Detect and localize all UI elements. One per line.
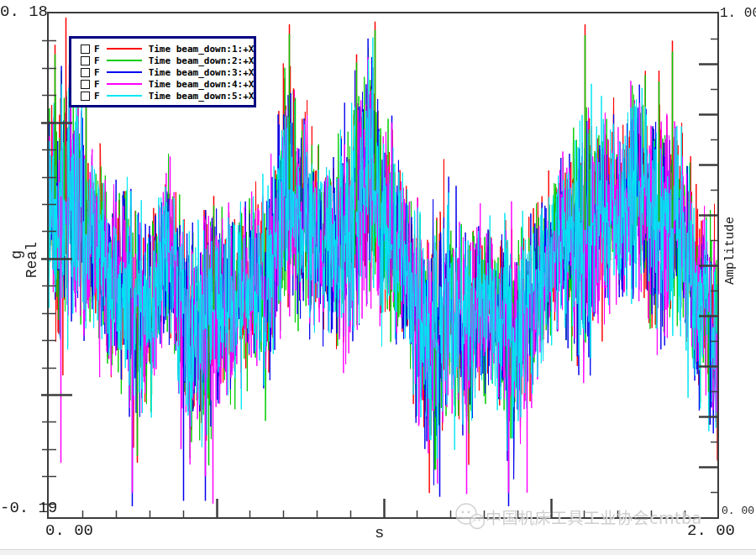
legend-item-5: FTime beam_down:5:+X [81, 90, 249, 102]
legend-rows: FTime beam_down:1:+XFTime beam_down:2:+X… [81, 43, 249, 102]
legend-line-sample [107, 71, 142, 73]
legend-channel-flag: F [94, 44, 100, 55]
legend-channel-flag: F [94, 91, 100, 102]
legend-channel-flag: F [94, 55, 100, 66]
legend-checkbox-3[interactable] [81, 68, 90, 77]
y-axis-left-min-label: -0. 19 [0, 499, 46, 517]
y-axis-right-min-label: 0. 00 [722, 505, 754, 517]
legend-item-3: FTime beam_down:3:+X [81, 66, 249, 78]
legend-box: FTime beam_down:1:+XFTime beam_down:2:+X… [69, 36, 256, 107]
legend-checkbox-1[interactable] [81, 45, 90, 54]
legend-channel-flag: F [94, 79, 100, 90]
legend-item-label: Time beam_down:1:+X [149, 44, 255, 55]
y-axis-unit-label: g [8, 250, 25, 259]
legend-channel-flag: F [94, 67, 100, 78]
legend-item-1: FTime beam_down:1:+X [81, 43, 249, 55]
legend-line-sample [107, 83, 142, 85]
legend-item-label: Time beam_down:2:+X [149, 55, 255, 66]
legend-item-label: Time beam_down:4:+X [149, 79, 255, 90]
legend-line-sample [107, 48, 142, 50]
figure: 0. 18 -0. 19 1. 00 0. 00 0. 00 2. 00 s g… [0, 0, 756, 555]
legend-checkbox-4[interactable] [81, 80, 90, 89]
x-axis-max-label: 2. 00 [687, 521, 735, 540]
y-axis-right-max-label: 1. 00 [720, 6, 756, 21]
legend-line-sample [107, 60, 142, 61]
legend-item-label: Time beam_down:5:+X [149, 91, 255, 102]
y-axis-left-max-label: 0. 18 [0, 3, 46, 21]
y-axis-name-label: Real [24, 242, 40, 278]
right-axis-name-label: Amplitude [723, 217, 738, 285]
legend-item-4: FTime beam_down:4:+X [81, 78, 249, 90]
legend-checkbox-5[interactable] [81, 92, 90, 101]
x-axis-unit-label: s [375, 524, 384, 542]
legend-item-2: FTime beam_down:2:+X [81, 55, 249, 66]
legend-line-sample [107, 95, 142, 97]
x-axis-min-label: 0. 00 [45, 521, 93, 540]
legend-checkbox-2[interactable] [81, 56, 90, 65]
legend-item-label: Time beam_down:3:+X [149, 67, 255, 78]
